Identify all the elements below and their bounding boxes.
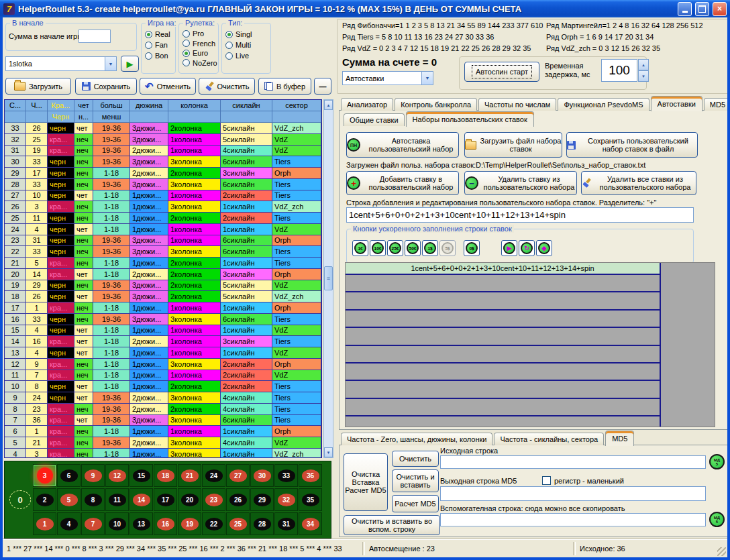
quick-25cent-button[interactable]: 25¢ [387, 240, 403, 256]
board-cell-14[interactable]: 14 [129, 488, 153, 511]
board-cell-17[interactable]: 17 [154, 488, 177, 511]
scrollbar-thumb[interactable] [324, 266, 333, 290]
tab-custom-bet-sets[interactable]: Наборы пользовательских ставок [406, 111, 534, 127]
delay-input[interactable] [601, 59, 637, 82]
md5-clear-insert-button[interactable]: Очистить и вставить [392, 469, 439, 492]
bet-list-row[interactable] [346, 346, 660, 363]
tab-autobets[interactable]: Автоставки [651, 96, 702, 111]
board-cell-1[interactable]: 1 [33, 512, 56, 535]
md5-output-input[interactable] [440, 486, 706, 501]
bet-list-row[interactable] [346, 311, 660, 328]
radio-option-Euro[interactable]: Euro [182, 48, 217, 58]
quick-0dollar-button[interactable]: 0$ [464, 240, 480, 256]
radio-option-Bon[interactable]: Bon [145, 50, 174, 61]
bet-list-row[interactable] [346, 292, 660, 310]
table-row[interactable]: 129кра...неч1-181дюжи...3колонка2сиклайн… [5, 359, 321, 370]
board-cell-8[interactable]: 8 [81, 488, 105, 511]
table-row[interactable]: 1633черннеч19-363дюжи...3колонка6сиклайн… [5, 314, 321, 325]
board-cell-22[interactable]: 22 [202, 512, 225, 535]
tab-freq-sixlines-sectors[interactable]: Частота - сиклайны, сектора [494, 433, 604, 445]
tab-bankroll-control[interactable]: Контроль банкролла [395, 98, 477, 111]
radio-option-French[interactable]: French [182, 39, 217, 49]
board-cell-31[interactable]: 31 [274, 512, 298, 535]
table-row[interactable]: 3326чернчет19-363дюжи...2колонка5сиклайн… [5, 123, 321, 134]
tab-common-bets[interactable]: Общие ставки [344, 113, 405, 126]
remove-bet-button[interactable]: − Удалить ставку из пользовательского на… [464, 171, 577, 195]
table-row[interactable]: 3033черннеч19-363дюжи...3колонка6сиклайн… [5, 156, 321, 168]
table-row[interactable]: 2233черннеч19-363дюжи...3колонка6сиклайн… [5, 246, 321, 258]
radio-option-Pro[interactable]: Pro [182, 29, 217, 39]
add-bet-button[interactable]: + Добавить ставку в пользовательский наб… [346, 171, 459, 195]
minimize-button[interactable] [678, 2, 692, 16]
board-cell-30[interactable]: 30 [250, 464, 274, 487]
table-row[interactable]: 43кра...неч1-181дюжи...3колонка1сиклайнV… [5, 449, 321, 458]
table-row[interactable]: 924чернчет19-362дюжи...3колонка4сиклайнT… [5, 392, 321, 404]
quick-refresh-button[interactable]: ↻ [519, 240, 535, 256]
board-cell-12[interactable]: 12 [105, 464, 129, 487]
close-button[interactable]: × [713, 2, 727, 16]
board-cell-20[interactable]: 20 [178, 488, 201, 511]
board-cell-34[interactable]: 34 [299, 512, 322, 535]
radio-option-Live[interactable]: Live [225, 50, 269, 61]
md5-source-input[interactable] [440, 455, 706, 469]
md5-clear-insert-calc-button[interactable]: Очистка Вставка Расчет MD5 [344, 453, 388, 511]
delay-down-icon[interactable]: ▼ [638, 70, 649, 82]
chevron-down-icon[interactable]: ▼ [421, 72, 433, 85]
board-cell-5[interactable]: 5 [57, 488, 81, 511]
radio-option-Real[interactable]: Real [145, 29, 174, 40]
tab-md5[interactable]: MD5 [704, 98, 727, 111]
md5-clear-button[interactable]: Очистить [392, 451, 439, 467]
table-row[interactable]: 1416кра...чет1-182дюжи...1колонка3сиклай… [5, 336, 321, 347]
table-row[interactable]: 2014кра...чет1-182дюжи...2колонка3сиклай… [5, 269, 321, 280]
table-row[interactable]: 521кра...неч19-362дюжи...3колонка4сиклай… [5, 437, 321, 449]
board-cell-23[interactable]: 23 [202, 488, 225, 511]
board-cell-15[interactable]: 15 [129, 464, 153, 487]
tab-analyzer[interactable]: Анализатор [341, 98, 393, 111]
table-row[interactable]: 823кра...неч19-362дюжи...2колонка4сиклай… [5, 404, 321, 415]
table-row[interactable]: 2511черннеч1-181дюжи...2колонка2сиклайнT… [5, 213, 321, 224]
radio-option-Multi[interactable]: Multi [225, 40, 269, 50]
quick-play-button[interactable]: ▶ [501, 240, 517, 256]
tab-number-frequencies[interactable]: Частоты по числам [478, 98, 556, 111]
save-button[interactable]: Сохранить [75, 78, 137, 95]
board-cell-19[interactable]: 19 [178, 512, 201, 535]
bet-list-row[interactable] [346, 363, 660, 381]
mode-combo[interactable]: Автоставки ▼ [342, 71, 433, 85]
table-row[interactable]: 117кра...неч1-181дюжи...1колонка2сиклайн… [5, 370, 321, 382]
table-row[interactable]: 3225кра...неч19-363дюжи...1колонка5сикла… [5, 134, 321, 146]
board-cell-24[interactable]: 24 [202, 464, 225, 487]
table-row[interactable]: 263кра...неч1-181дюжи...3колонка1сиклайн… [5, 201, 321, 213]
md5-aux-input[interactable] [440, 513, 706, 526]
table-row[interactable]: 736кра...чет19-363дюжи...3колонка6сиклай… [5, 415, 321, 427]
board-cell-6[interactable]: 6 [57, 464, 81, 487]
board-cell-18[interactable]: 18 [154, 464, 177, 487]
table-row[interactable]: 154чернчет1-181дюжи...1колонка1сиклайнVd… [5, 325, 321, 337]
quick-1cent-button[interactable]: 1¢ [352, 240, 368, 256]
md5-calc-button[interactable]: Расчет MD5 [392, 495, 439, 512]
table-row[interactable]: 171кра...неч1-181дюжи...1колонка1сиклайн… [5, 302, 321, 314]
table-row[interactable]: 244чернчет1-181дюжи...1колонка1сиклайнVd… [5, 224, 321, 235]
table-row[interactable]: 2833черннеч19-363дюжи...3колонка6сиклайн… [5, 179, 321, 190]
bet-list-row[interactable] [346, 328, 660, 345]
board-cell-13[interactable]: 13 [129, 512, 153, 535]
start-sum-input[interactable] [79, 30, 111, 43]
table-row[interactable]: 1826чернчет19-363дюжи...2колонка5сиклайн… [5, 291, 321, 302]
board-cell-21[interactable]: 21 [178, 464, 201, 487]
quick-1dollar-button[interactable]: 1$ [422, 240, 438, 256]
table-row[interactable]: 3119кра...неч19-362дюжи...1колонка4сикла… [5, 146, 321, 157]
edit-string-input[interactable] [346, 207, 694, 223]
resize-grip[interactable] [717, 547, 726, 556]
copy-buffer-button[interactable]: В буфер [258, 78, 311, 95]
tab-psevdoms-functional[interactable]: Функционал PsevdoMS [558, 98, 649, 111]
md5-calc-source-icon[interactable]: МД5 [709, 454, 725, 469]
radio-option-Singl[interactable]: Singl [225, 29, 269, 40]
bet-list-row[interactable] [346, 381, 660, 398]
board-cell-35[interactable]: 35 [299, 488, 322, 511]
tab-md5-bottom[interactable]: MD5 [605, 431, 634, 446]
save-bet-file-button[interactable]: Сохранить пользовательский набор ставок … [566, 132, 698, 158]
board-cell-4[interactable]: 4 [57, 512, 81, 535]
table-row[interactable]: 2917черннеч1-182дюжи...2колонка3сиклайнO… [5, 168, 321, 179]
board-cell-11[interactable]: 11 [105, 488, 129, 511]
board-cell-9[interactable]: 9 [81, 464, 105, 487]
scroll-down-icon[interactable]: ▼ [324, 447, 333, 457]
